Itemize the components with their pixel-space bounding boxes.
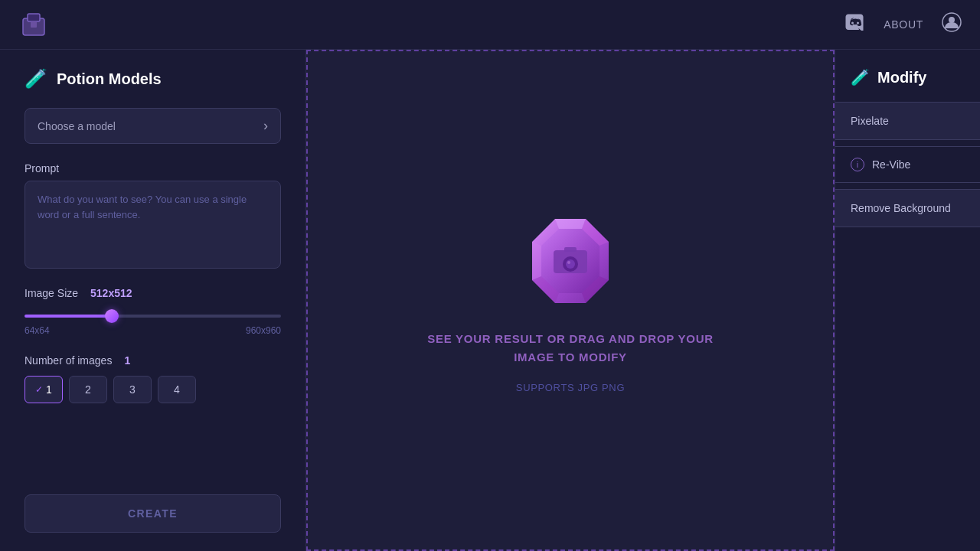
num-btn-3[interactable]: 3 [113, 376, 152, 403]
num-images-section: Number of images 1 ✓ 1 2 3 4 [24, 354, 281, 403]
image-size-slider[interactable] [24, 315, 281, 318]
num-images-count: 1 [124, 354, 130, 367]
num-btn-3-label: 3 [129, 383, 136, 396]
header: ABOUT [0, 0, 980, 50]
prompt-label: Prompt [24, 162, 281, 174]
user-profile-icon[interactable] [942, 12, 962, 37]
modify-title-text: Modify [877, 69, 926, 86]
num-btn-2-label: 2 [85, 383, 91, 396]
slider-min-label: 64x64 [24, 325, 50, 336]
svg-marker-10 [532, 242, 541, 280]
pixelate-button[interactable]: Pixelate [835, 102, 980, 140]
discord-icon[interactable] [845, 14, 865, 35]
main-layout: 🧪 Potion Models Choose a model › Prompt … [0, 50, 980, 551]
modify-icon: 🧪 [851, 68, 870, 86]
svg-point-14 [566, 259, 575, 269]
svg-marker-9 [555, 219, 586, 229]
image-size-section: Image Size 512x512 64x64 960x960 [24, 287, 281, 336]
svg-point-3 [851, 22, 854, 24]
canvas-area[interactable]: SEE YOUR RESULT OR DRAG AND DROP YOUR IM… [306, 50, 835, 551]
svg-point-6 [949, 17, 955, 23]
logo-icon[interactable] [18, 9, 49, 40]
num-image-buttons: ✓ 1 2 3 4 [24, 376, 281, 403]
panel-title: 🧪 Potion Models [24, 68, 281, 90]
info-icon: i [851, 158, 864, 171]
num-btn-2[interactable]: 2 [69, 376, 107, 403]
num-btn-1-label: 1 [46, 383, 52, 396]
model-selector-label: Choose a model [38, 120, 116, 132]
num-btn-1[interactable]: ✓ 1 [24, 376, 63, 403]
image-size-value: 512x512 [90, 287, 132, 299]
svg-rect-12 [564, 247, 577, 252]
header-right: ABOUT [845, 12, 962, 37]
check-icon: ✓ [35, 384, 43, 395]
svg-rect-1 [28, 14, 40, 21]
num-images-label: Number of images [24, 354, 112, 367]
right-panel-title: 🧪 Modify [835, 68, 980, 102]
right-panel: 🧪 Modify Pixelate i Re-Vibe Remove Backg… [835, 50, 980, 551]
svg-point-15 [567, 261, 570, 264]
num-btn-4-label: 4 [174, 383, 180, 396]
left-panel: 🧪 Potion Models Choose a model › Prompt … [0, 50, 306, 551]
panel-title-text: Potion Models [57, 70, 162, 88]
create-button[interactable]: CREATE [24, 494, 281, 533]
about-link[interactable]: ABOUT [884, 18, 923, 31]
prompt-input[interactable] [24, 181, 281, 269]
model-selector[interactable]: Choose a model › [24, 108, 281, 144]
supports-text: SUPPORTS JPG PNG [516, 382, 625, 393]
image-size-label: Image Size [24, 287, 78, 299]
remove-background-button[interactable]: Remove Background [835, 189, 980, 227]
drop-text: SEE YOUR RESULT OR DRAG AND DROP YOUR IM… [427, 330, 714, 367]
svg-point-4 [857, 22, 859, 24]
potion-icon: 🧪 [24, 68, 47, 90]
slider-max-label: 960x960 [246, 325, 281, 336]
model-selector-arrow-icon: › [263, 118, 268, 134]
svg-rect-2 [31, 21, 37, 28]
num-btn-4[interactable]: 4 [158, 376, 196, 403]
prompt-section: Prompt [24, 162, 281, 269]
header-left [18, 9, 49, 40]
revibe-button[interactable]: i Re-Vibe [835, 146, 980, 183]
camera-gem-icon [517, 207, 624, 315]
